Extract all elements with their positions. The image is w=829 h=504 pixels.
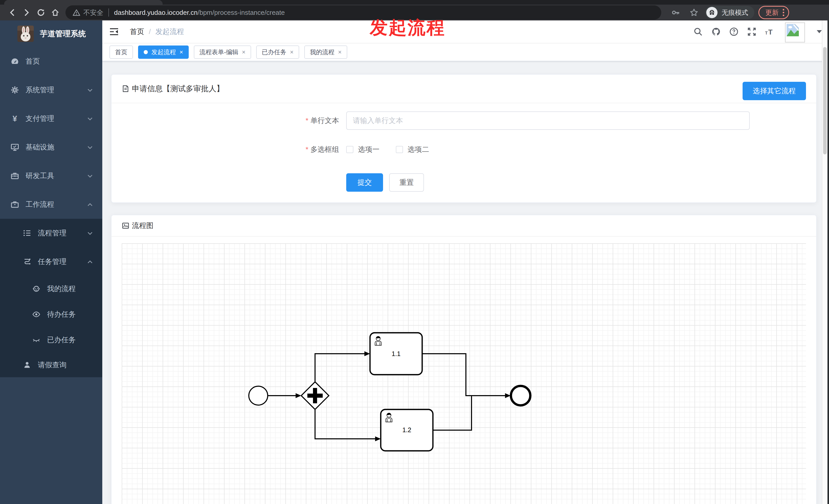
sidebar-item-system[interactable]: 系统管理: [0, 76, 102, 104]
help-icon[interactable]: [729, 27, 738, 36]
chevron-up-icon: [87, 201, 93, 209]
checkbox-option-1[interactable]: 选项一: [346, 145, 380, 154]
search-icon[interactable]: [693, 27, 703, 36]
tag-label: 已办任务: [262, 48, 286, 56]
breadcrumb-current: 发起流程: [155, 27, 184, 37]
font-size-icon[interactable]: TT: [765, 27, 774, 36]
process-diagram-title: 流程图: [132, 221, 153, 231]
document-icon: [122, 85, 130, 92]
not-secure-label[interactable]: 不安全: [83, 8, 103, 17]
form-actions: 提交 重置: [346, 173, 816, 192]
checkbox-icon[interactable]: [346, 146, 353, 153]
single-line-text-input[interactable]: [346, 111, 750, 130]
sidebar-item-label: 我的流程: [47, 284, 76, 294]
submit-button[interactable]: 提交: [346, 173, 383, 192]
app-logo-row[interactable]: 芋道管理系统: [0, 21, 102, 47]
sidebar-item-my-process[interactable]: 我的流程: [0, 276, 102, 302]
apply-form: 单行文本 多选框组 选项一: [111, 103, 816, 192]
robot-icon: [32, 284, 41, 294]
sidebar-item-workflow[interactable]: 工作流程: [0, 190, 102, 219]
checkbox-option-2[interactable]: 选项二: [396, 145, 429, 154]
field-label-checkbox-group: 多选框组: [111, 145, 339, 154]
form-row-checkbox-group: 多选框组 选项一 选项二: [111, 145, 816, 154]
checkbox-icon[interactable]: [396, 146, 403, 153]
sidebar-item-label: 流程管理: [38, 228, 67, 238]
tag-done-tasks[interactable]: 已办任务: [256, 45, 299, 59]
close-icon[interactable]: [242, 49, 246, 55]
sidebar-item-label: 支付管理: [26, 114, 54, 123]
chrome-update-button[interactable]: 更新: [758, 6, 789, 19]
sidebar-item-infra[interactable]: 基础设施: [0, 133, 102, 161]
tag-start-process[interactable]: 发起流程: [138, 45, 189, 59]
bpmn-parallel-gateway[interactable]: [301, 382, 329, 410]
avatar-caret-icon[interactable]: [817, 30, 822, 33]
browser-menu-icon[interactable]: [783, 9, 784, 16]
scrollbar-thumb[interactable]: [823, 47, 827, 154]
bpmn-start-event[interactable]: [249, 386, 268, 405]
workflow-icon: [10, 200, 20, 209]
form-row-text: 单行文本: [111, 111, 816, 130]
bookmark-star-icon[interactable]: [687, 6, 701, 19]
url-domain[interactable]: dashboard.yudao.iocoder.cn: [114, 9, 197, 16]
chevron-down-icon: [87, 144, 93, 152]
sidebar-item-label: 请假查询: [38, 360, 67, 370]
github-icon[interactable]: [711, 27, 721, 36]
forward-icon[interactable]: [20, 6, 34, 19]
incognito-label: 无痕模式: [722, 8, 748, 17]
reset-button[interactable]: 重置: [389, 173, 424, 192]
broken-image-icon: [787, 24, 799, 36]
address-bar[interactable]: 不安全 dashboard.yudao.iocoder.cn/bpm/proce…: [66, 5, 661, 20]
sidebar-item-label: 首页: [26, 56, 40, 66]
top-navbar: 首页 / 发起流程: [102, 21, 829, 43]
sidebar-item-devtools[interactable]: 研发工具: [0, 161, 102, 190]
tags-view-bar: 首页 发起流程 流程表单-编辑 已办任务 我的流程: [102, 43, 829, 61]
close-icon[interactable]: [180, 49, 183, 55]
sidebar-item-payment[interactable]: ¥ 支付管理: [0, 104, 102, 133]
tag-label: 流程表单-编辑: [200, 48, 238, 56]
bpmn-canvas[interactable]: 1.1: [122, 243, 806, 504]
workflow-submenu: 流程管理 任务管理 我的流程: [0, 219, 102, 377]
skill-icon: [23, 257, 32, 266]
red-annotation-text: 发起流程: [370, 16, 445, 40]
field-label-single-line-text: 单行文本: [111, 116, 339, 125]
back-icon[interactable]: [5, 6, 20, 19]
close-icon[interactable]: [338, 49, 341, 55]
sidebar-collapse-icon[interactable]: [109, 28, 119, 36]
incognito-badge: 无痕模式: [705, 6, 754, 19]
sidebar-item-label: 研发工具: [26, 171, 54, 181]
tag-my-process[interactable]: 我的流程: [304, 45, 347, 59]
sidebar-item-task-mgmt[interactable]: 任务管理: [0, 247, 102, 276]
sidebar-item-done-tasks[interactable]: 已办任务: [0, 327, 102, 353]
url-path[interactable]: /bpm/process-instance/create: [197, 9, 285, 16]
tag-home[interactable]: 首页: [109, 45, 133, 59]
breadcrumb-home[interactable]: 首页: [130, 27, 144, 37]
bpmn-user-task-1-1[interactable]: 1.1: [370, 333, 422, 375]
home-icon[interactable]: [48, 6, 62, 19]
apply-info-title: 申请信息【测试多审批人】: [132, 84, 224, 94]
sidebar-item-leave-query[interactable]: 请假查询: [0, 353, 102, 377]
bpmn-user-task-1-2[interactable]: 1.2: [381, 410, 433, 451]
sidebar-item-label: 待办任务: [47, 310, 76, 319]
sidebar-item-todo-tasks[interactable]: 待办任务: [0, 302, 102, 327]
user-avatar[interactable]: [785, 23, 805, 42]
fullscreen-icon[interactable]: [747, 27, 756, 36]
screen: 不安全 dashboard.yudao.iocoder.cn/bpm/proce…: [0, 0, 829, 504]
task-label: 1.1: [392, 350, 401, 357]
tag-form-edit[interactable]: 流程表单-编辑: [194, 45, 251, 59]
select-other-process-button[interactable]: 选择其它流程: [743, 82, 806, 100]
incognito-icon: [706, 7, 718, 18]
page-scrollbar[interactable]: [822, 21, 827, 504]
sidebar-item-label: 工作流程: [26, 200, 54, 209]
sidebar: 芋道管理系统 首页 系统管理 ¥ 支付管理: [0, 21, 102, 504]
sidebar-item-home[interactable]: 首页: [0, 47, 102, 76]
close-icon[interactable]: [290, 49, 294, 55]
dashboard-icon: [10, 57, 20, 66]
browser-tab[interactable]: [4, 0, 163, 5]
update-label: 更新: [765, 8, 779, 17]
eye-closed-icon: [32, 335, 41, 345]
active-dot-icon: [144, 50, 148, 54]
password-key-icon[interactable]: [669, 6, 683, 19]
sidebar-item-process-mgmt[interactable]: 流程管理: [0, 219, 102, 247]
reload-icon[interactable]: [34, 6, 48, 19]
bpmn-end-event[interactable]: [511, 386, 530, 405]
